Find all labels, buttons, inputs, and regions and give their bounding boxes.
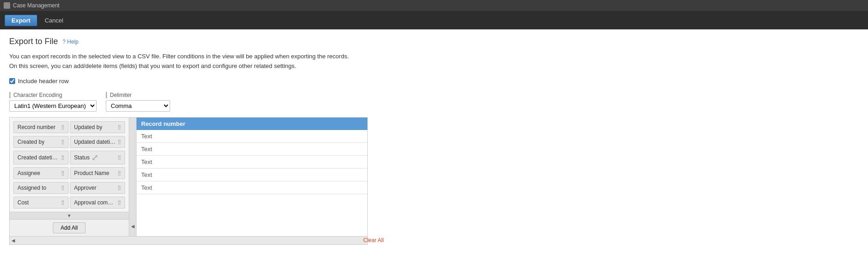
right-field-text-1: Text <box>137 130 367 143</box>
field-created-datetime[interactable]: Created dateti… ⣿ <box>13 151 69 164</box>
bottom-bar: ◀ Clear All <box>9 237 368 245</box>
app-icon <box>4 2 10 9</box>
field-created-by[interactable]: Created by ⣿ <box>13 136 69 148</box>
right-field-text-4: Text <box>137 169 367 181</box>
include-header-checkbox[interactable] <box>9 78 15 84</box>
help-link[interactable]: Help <box>63 39 79 45</box>
field-approver[interactable]: Approver ⣿ <box>70 182 125 194</box>
field-record-number[interactable]: Record number ⣿ <box>13 121 69 133</box>
drag-handle-updated-by: ⣿ <box>118 124 121 130</box>
include-header-label: Include header row <box>18 78 69 85</box>
right-panel-header: Record number <box>137 118 367 130</box>
right-field-text-3: Text <box>137 156 367 169</box>
page-title-row: Export to File Help <box>9 37 859 46</box>
description-line2: On this screen, you can add/delete items… <box>9 62 859 71</box>
right-field-text-5: Text <box>137 181 367 194</box>
field-assignee[interactable]: Assignee ⣿ <box>13 167 69 179</box>
drag-handle-created-datetime: ⣿ <box>61 155 64 160</box>
description: You can export records in the selected v… <box>9 52 859 71</box>
toolbar: Export Cancel <box>0 11 868 29</box>
include-header-row: Include header row <box>9 78 859 85</box>
drag-handle-updated-datetime: ⣿ <box>118 139 121 144</box>
left-panel: Record number ⣿ Updated by ⣿ Created by … <box>10 118 129 236</box>
field-updated-by[interactable]: Updated by ⣿ <box>70 121 125 133</box>
character-encoding-group: Character Encoding Latin1 (Western Europ… <box>9 92 97 112</box>
scroll-down-arrow[interactable]: ▼ <box>10 212 129 219</box>
drag-handle-cost: ⣿ <box>61 200 64 205</box>
field-approval-comment[interactable]: Approval com… ⣿ <box>70 197 125 209</box>
field-grid: Record number ⣿ Updated by ⣿ Created by … <box>11 119 127 212</box>
delimiter-label: Delimiter <box>106 92 170 98</box>
field-status[interactable]: Status ⤢ ⣿ <box>70 151 125 164</box>
drag-handle-approver: ⣿ <box>118 185 121 190</box>
add-all-button[interactable]: Add All <box>53 222 86 233</box>
drag-handle-approval-comment: ⣿ <box>118 200 121 205</box>
field-list: Record number ⣿ Updated by ⣿ Created by … <box>10 118 129 212</box>
drag-handle-assigned-to: ⣿ <box>61 185 64 190</box>
drag-handle-record-number: ⣿ <box>61 124 64 130</box>
h-scroll-left[interactable]: ◀ <box>10 238 17 243</box>
drag-handle-created-by: ⣿ <box>61 139 64 144</box>
field-updated-datetime[interactable]: Updated dateti… ⣿ <box>70 136 125 148</box>
right-panel: Record number Text Text Text Text Text <box>137 118 367 236</box>
export-button[interactable]: Export <box>5 15 37 26</box>
character-encoding-label: Character Encoding <box>9 92 97 98</box>
delimiter-group: Delimiter Comma Tab Semicolon <box>106 92 170 112</box>
app-title: Case Management <box>13 2 59 9</box>
panel-scroll-area: ◀ <box>129 118 137 236</box>
left-scroll-arrow[interactable]: ◀ <box>131 224 135 229</box>
field-assigned-to[interactable]: Assigned to ⣿ <box>13 182 69 194</box>
drag-handle-product-name: ⣿ <box>118 170 121 175</box>
fields-area: Record number ⣿ Updated by ⣿ Created by … <box>9 117 368 237</box>
field-product-name[interactable]: Product Name ⣿ <box>70 167 125 179</box>
description-line1: You can export records in the selected v… <box>9 52 859 62</box>
page-title: Export to File <box>9 37 58 46</box>
add-all-row: Add All <box>10 219 129 236</box>
settings-row: Character Encoding Latin1 (Western Europ… <box>9 92 859 112</box>
right-field-text-2: Text <box>137 143 367 156</box>
drag-handle-assignee: ⣿ <box>61 170 64 175</box>
delimiter-select[interactable]: Comma Tab Semicolon <box>106 100 170 112</box>
clear-all-link[interactable]: Clear All <box>363 237 388 243</box>
main-content: Export to File Help You can export recor… <box>0 29 868 252</box>
cancel-button[interactable]: Cancel <box>40 15 68 26</box>
drag-handle-status: ⣿ <box>118 155 121 160</box>
title-bar: Case Management <box>0 0 868 11</box>
cursor-icon: ⤢ <box>91 153 98 162</box>
character-encoding-select[interactable]: Latin1 (Western European) UTF-8 Shift-JI… <box>9 100 97 112</box>
field-cost[interactable]: Cost ⣿ <box>13 197 69 209</box>
